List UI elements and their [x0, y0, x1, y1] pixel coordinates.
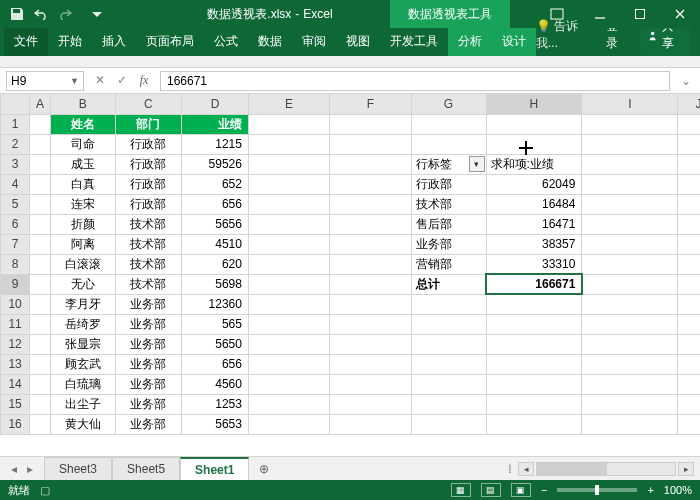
col-header-A[interactable]: A: [30, 94, 51, 114]
cell[interactable]: [248, 254, 329, 274]
cell[interactable]: 业务部: [115, 414, 182, 434]
cell[interactable]: [678, 294, 700, 314]
redo-icon[interactable]: [54, 3, 76, 25]
fx-icon[interactable]: fx: [136, 73, 152, 88]
tab-insert[interactable]: 插入: [92, 27, 136, 56]
cell[interactable]: 白滚滚: [51, 254, 116, 274]
cell[interactable]: [330, 394, 411, 414]
cell[interactable]: [486, 394, 582, 414]
cell[interactable]: [30, 154, 51, 174]
cell[interactable]: [30, 194, 51, 214]
cell[interactable]: [678, 314, 700, 334]
cell[interactable]: 12360: [182, 294, 249, 314]
col-header-F[interactable]: F: [330, 94, 411, 114]
cell[interactable]: [330, 134, 411, 154]
cell[interactable]: [30, 274, 51, 294]
tab-file[interactable]: 文件: [4, 27, 48, 56]
cell[interactable]: 656: [182, 354, 249, 374]
cell[interactable]: [678, 214, 700, 234]
row-header-8[interactable]: 8: [1, 254, 30, 274]
chevron-down-icon[interactable]: ▼: [70, 76, 79, 86]
horizontal-scrollbar[interactable]: ⁞ ◂ ▸: [508, 462, 700, 476]
zoom-out-icon[interactable]: −: [541, 484, 547, 496]
row-header-2[interactable]: 2: [1, 134, 30, 154]
cell[interactable]: [486, 314, 582, 334]
cell[interactable]: 5653: [182, 414, 249, 434]
cell[interactable]: [411, 354, 486, 374]
cell[interactable]: [30, 234, 51, 254]
cell[interactable]: 李月牙: [51, 294, 116, 314]
row-header-14[interactable]: 14: [1, 374, 30, 394]
cell[interactable]: [330, 254, 411, 274]
cell[interactable]: [678, 374, 700, 394]
cell[interactable]: 业务部: [115, 314, 182, 334]
cell[interactable]: 司命: [51, 134, 116, 154]
pivot-value[interactable]: 16471: [486, 214, 582, 234]
cell[interactable]: [330, 274, 411, 294]
cell[interactable]: [582, 374, 678, 394]
cell[interactable]: 技术部: [115, 214, 182, 234]
cell[interactable]: [582, 154, 678, 174]
col-header-G[interactable]: G: [411, 94, 486, 114]
cell[interactable]: [678, 254, 700, 274]
col-header-H[interactable]: H: [486, 94, 582, 114]
cell[interactable]: [678, 154, 700, 174]
col-header-B[interactable]: B: [51, 94, 116, 114]
row-header-6[interactable]: 6: [1, 214, 30, 234]
cell[interactable]: 行政部: [115, 194, 182, 214]
cell[interactable]: 565: [182, 314, 249, 334]
cell[interactable]: 行政部: [115, 174, 182, 194]
pivot-row-label[interactable]: 营销部: [411, 254, 486, 274]
cell[interactable]: 行政部: [115, 154, 182, 174]
zoom-slider[interactable]: [557, 488, 637, 492]
col-header-J[interactable]: J: [678, 94, 700, 114]
cell[interactable]: 折颜: [51, 214, 116, 234]
cell[interactable]: 656: [182, 194, 249, 214]
tab-home[interactable]: 开始: [48, 27, 92, 56]
cell[interactable]: 业务部: [115, 354, 182, 374]
cell[interactable]: [330, 414, 411, 434]
maximize-icon[interactable]: [620, 0, 660, 28]
pivot-value[interactable]: 62049: [486, 174, 582, 194]
cell[interactable]: [30, 254, 51, 274]
cell[interactable]: [678, 194, 700, 214]
tab-formulas[interactable]: 公式: [204, 27, 248, 56]
col-header-corner[interactable]: [1, 94, 30, 114]
cell[interactable]: 620: [182, 254, 249, 274]
pivot-value[interactable]: 16484: [486, 194, 582, 214]
cell[interactable]: [30, 414, 51, 434]
cell[interactable]: [30, 374, 51, 394]
tab-view[interactable]: 视图: [336, 27, 380, 56]
cell[interactable]: [248, 114, 329, 134]
cell[interactable]: [248, 234, 329, 254]
enter-formula-icon[interactable]: ✓: [114, 73, 130, 88]
cell[interactable]: [411, 374, 486, 394]
scroll-left-icon[interactable]: ◂: [518, 462, 534, 476]
cell[interactable]: [486, 374, 582, 394]
cell[interactable]: [582, 354, 678, 374]
cell[interactable]: [330, 374, 411, 394]
cell[interactable]: [248, 154, 329, 174]
pivot-value-header[interactable]: 求和项:业绩: [486, 154, 582, 174]
cell[interactable]: [330, 194, 411, 214]
cell[interactable]: [411, 314, 486, 334]
cell[interactable]: 4510: [182, 234, 249, 254]
save-icon[interactable]: [6, 3, 28, 25]
zoom-level[interactable]: 100%: [664, 484, 692, 496]
pivot-value[interactable]: 38357: [486, 234, 582, 254]
cell[interactable]: [30, 114, 51, 134]
cell[interactable]: [248, 214, 329, 234]
cell[interactable]: [330, 314, 411, 334]
cell[interactable]: [486, 294, 582, 314]
cell[interactable]: [30, 134, 51, 154]
cell[interactable]: [582, 174, 678, 194]
row-header-10[interactable]: 10: [1, 294, 30, 314]
cell[interactable]: 白琉璃: [51, 374, 116, 394]
cell[interactable]: 张显宗: [51, 334, 116, 354]
cell[interactable]: [248, 354, 329, 374]
cell[interactable]: [330, 154, 411, 174]
zoom-in-icon[interactable]: +: [647, 484, 653, 496]
cell[interactable]: [248, 334, 329, 354]
cell[interactable]: [582, 134, 678, 154]
cell[interactable]: 5656: [182, 214, 249, 234]
